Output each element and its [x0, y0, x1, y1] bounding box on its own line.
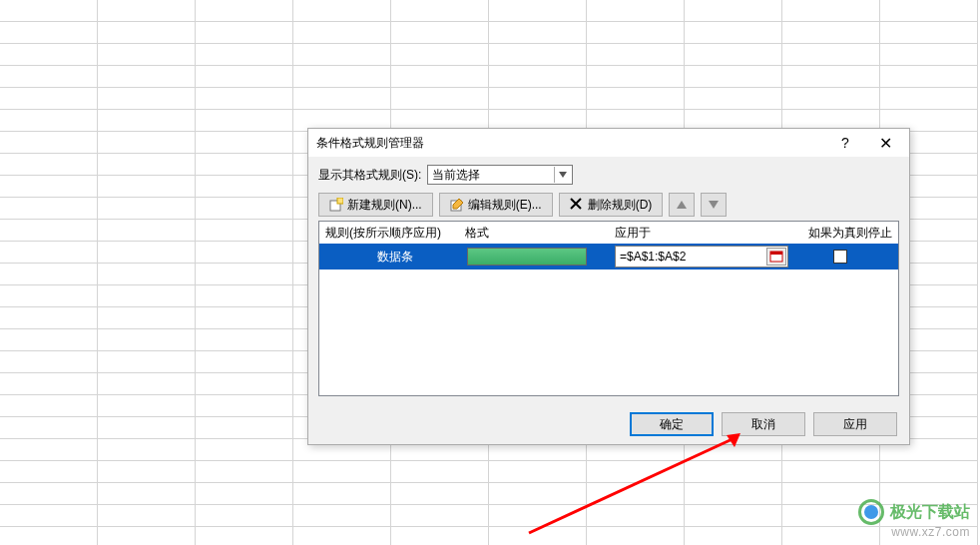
titlebar: 条件格式规则管理器 ? ✕ [308, 129, 909, 157]
new-rule-icon [329, 198, 343, 212]
toolbar: 新建规则(N)... 编辑规则(E)... 删除规则(D) [318, 193, 899, 217]
applies-to-input[interactable] [620, 250, 787, 264]
scope-row: 显示其格式规则(S): 当前选择 [318, 165, 899, 185]
new-rule-button[interactable]: 新建规则(N)... [318, 193, 433, 217]
chevron-down-icon [554, 167, 570, 183]
delete-icon [570, 198, 584, 212]
svg-rect-1 [337, 198, 343, 204]
col-stop: 如果为真则停止 [788, 225, 892, 242]
apply-button[interactable]: 应用 [813, 412, 897, 436]
delete-rule-button[interactable]: 删除规则(D) [559, 193, 664, 217]
watermark-brand: 极光下载站 [890, 502, 970, 523]
down-arrow-icon [709, 198, 719, 212]
edit-rule-button[interactable]: 编辑规则(E)... [439, 193, 553, 217]
range-selector-button[interactable] [766, 248, 786, 266]
watermark: 极光下载站 www.xz7.com [858, 499, 970, 539]
rule-row[interactable]: 数据条 [319, 244, 898, 270]
format-preview [467, 248, 587, 266]
rules-manager-dialog: 条件格式规则管理器 ? ✕ 显示其格式规则(S): 当前选择 新建规则(N)..… [307, 128, 910, 445]
ok-button[interactable]: 确定 [630, 412, 714, 436]
dialog-title: 条件格式规则管理器 [316, 135, 825, 152]
help-icon: ? [841, 135, 849, 151]
watermark-logo-icon [858, 499, 884, 525]
col-applies: 应用于 [615, 225, 788, 242]
applies-to-field[interactable] [615, 246, 788, 268]
close-icon: ✕ [879, 134, 892, 153]
move-down-button[interactable] [701, 193, 727, 217]
rules-list: 规则(按所示顺序应用) 格式 应用于 如果为真则停止 数据条 [318, 221, 899, 396]
help-button[interactable]: ? [825, 130, 865, 156]
edit-rule-icon [450, 198, 464, 212]
stop-if-true-checkbox[interactable] [833, 250, 847, 264]
svg-rect-4 [770, 252, 782, 255]
range-selector-icon [769, 251, 783, 263]
dialog-body: 显示其格式规则(S): 当前选择 新建规则(N)... 编辑规则(E)... [308, 157, 909, 404]
watermark-url: www.xz7.com [891, 525, 970, 539]
move-up-button[interactable] [669, 193, 695, 217]
dialog-footer: 确定 取消 应用 [308, 404, 909, 444]
rule-name: 数据条 [325, 249, 465, 266]
up-arrow-icon [677, 198, 687, 212]
col-rule: 规则(按所示顺序应用) [325, 225, 465, 242]
cancel-button[interactable]: 取消 [722, 412, 805, 436]
close-button[interactable]: ✕ [865, 130, 905, 156]
scope-value: 当前选择 [432, 167, 480, 184]
stop-cell [788, 250, 892, 264]
show-rules-label: 显示其格式规则(S): [318, 167, 421, 184]
col-format: 格式 [465, 225, 615, 242]
scope-select[interactable]: 当前选择 [427, 165, 573, 185]
rules-header: 规则(按所示顺序应用) 格式 应用于 如果为真则停止 [319, 222, 898, 244]
